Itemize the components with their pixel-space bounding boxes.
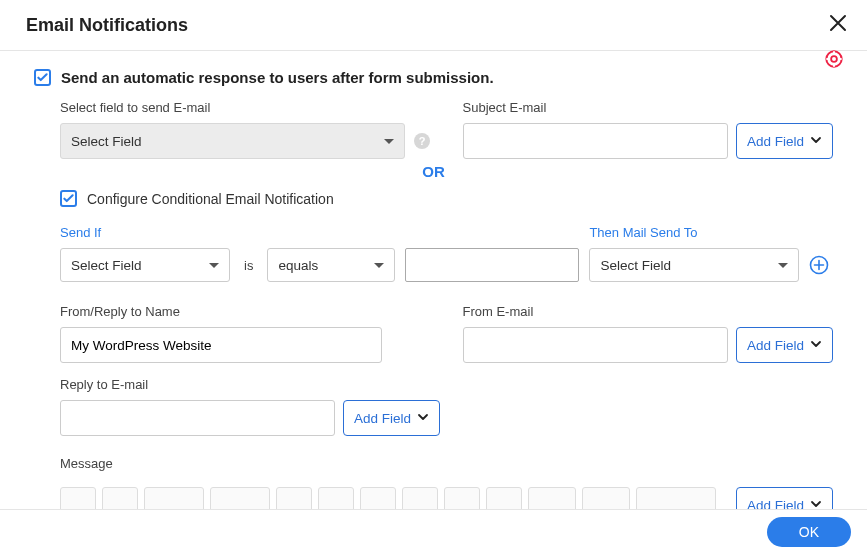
conditional-label: Configure Conditional Email Notification [87,191,334,207]
then-mail-label: Then Mail Send To [589,225,799,240]
subject-input[interactable] [463,123,728,159]
chevron-down-icon [810,134,822,149]
send-auto-checkbox[interactable] [34,69,51,86]
operator-select[interactable]: equals [267,248,395,282]
chevron-down-icon [374,263,384,268]
chevron-down-icon [384,139,394,144]
operator-value: equals [278,258,318,273]
svg-point-1 [831,56,837,62]
conditional-checkbox[interactable] [60,190,77,207]
or-separator: OR [34,163,833,180]
chevron-down-icon [778,263,788,268]
field-to-send-select[interactable]: Select Field [60,123,405,159]
send-auto-label: Send an automatic response to users afte… [61,69,494,86]
field-to-send-value: Select Field [71,134,142,149]
from-name-input[interactable] [60,327,382,363]
question-icon[interactable]: ? [413,132,431,150]
add-field-label: Add Field [747,134,804,149]
send-if-field-select[interactable]: Select Field [60,248,230,282]
send-if-label: Send If [60,225,230,240]
is-text: is [244,258,253,282]
from-email-add-field-button[interactable]: Add Field [736,327,833,363]
from-email-label: From E-mail [463,304,834,319]
then-field-value: Select Field [600,258,671,273]
from-name-label: From/Reply to Name [60,304,431,319]
reply-email-add-field-button[interactable]: Add Field [343,400,440,436]
field-to-send-label: Select field to send E-mail [60,100,431,115]
add-condition-button[interactable] [809,255,829,275]
help-icon[interactable] [825,50,843,68]
from-email-input[interactable] [463,327,728,363]
subject-add-field-button[interactable]: Add Field [736,123,833,159]
send-if-field-value: Select Field [71,258,142,273]
dialog-title: Email Notifications [26,15,188,36]
chevron-down-icon [209,263,219,268]
reply-email-input[interactable] [60,400,335,436]
reply-email-label: Reply to E-mail [60,377,833,392]
add-field-label: Add Field [354,411,411,426]
condition-value-input[interactable] [405,248,579,282]
subject-label: Subject E-mail [463,100,834,115]
close-icon[interactable] [825,10,851,40]
add-field-label: Add Field [747,338,804,353]
then-field-select[interactable]: Select Field [589,248,799,282]
message-label: Message [60,456,833,471]
svg-text:?: ? [418,135,425,147]
ok-button[interactable]: OK [767,517,851,547]
chevron-down-icon [810,338,822,353]
chevron-down-icon [417,411,429,426]
